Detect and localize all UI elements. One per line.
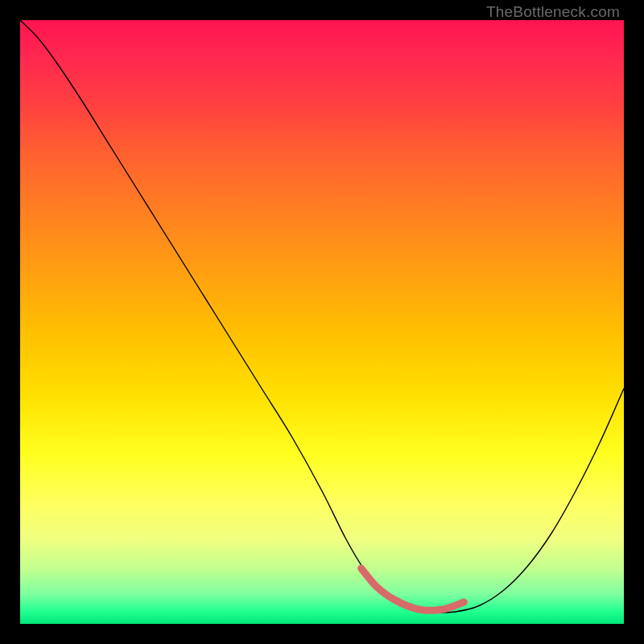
bottleneck-highlight <box>361 568 464 610</box>
watermark-text: TheBottleneck.com <box>486 3 620 21</box>
bottleneck-curve <box>20 20 624 613</box>
